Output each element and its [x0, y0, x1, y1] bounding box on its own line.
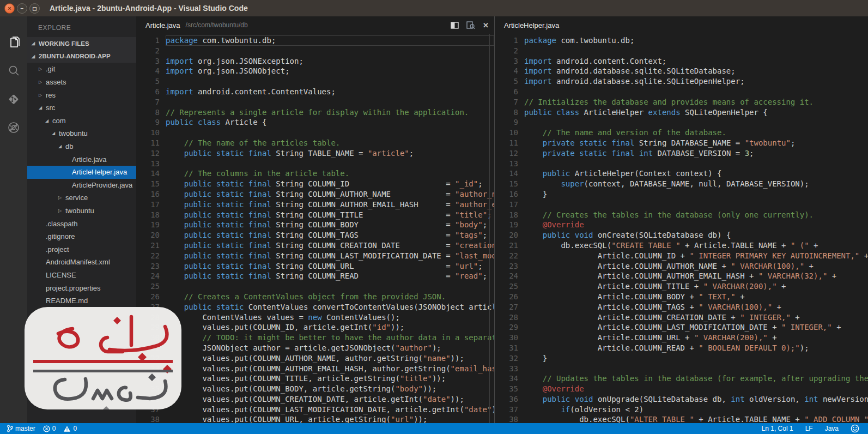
code-line[interactable]: 32 }: [495, 353, 868, 364]
code-line[interactable]: 24 public static final String COLUMN_REA…: [136, 271, 494, 281]
window-minimize-button[interactable]: −: [17, 3, 27, 14]
tree-item-project-properties[interactable]: project.properties: [27, 281, 136, 294]
code-line[interactable]: 21 public static final String COLUMN_CRE…: [136, 240, 494, 251]
code-line[interactable]: 27 public static ContentValues convertTo…: [136, 302, 494, 312]
tree-item-src[interactable]: ◢src: [27, 101, 136, 114]
code-line[interactable]: 13: [495, 159, 868, 169]
code-line[interactable]: 14 public ArticleHelper(Context context)…: [495, 168, 868, 179]
code-line[interactable]: 18 // Creates the tables in the database…: [495, 210, 868, 220]
tree-item-articleprovider-java[interactable]: ArticleProvider.java: [27, 179, 136, 192]
code-line[interactable]: 7// Initializes the database and provide…: [495, 97, 868, 107]
code-line[interactable]: 31 JSONObject author = article.getJSONOb…: [136, 343, 494, 353]
code-line[interactable]: 26 Article.COLUMN_BODY + " TEXT," +: [495, 292, 868, 302]
code-line[interactable]: 29 Article.COLUMN_LAST_MODIFICATION_DATE…: [495, 322, 868, 333]
code-line[interactable]: 18 public static final String COLUMN_TIT…: [136, 210, 494, 220]
window-maximize-button[interactable]: ◻: [29, 3, 40, 14]
debug-icon[interactable]: [0, 113, 27, 142]
split-editor-icon[interactable]: [451, 22, 459, 29]
tree-item-readme-md[interactable]: README.md: [27, 294, 136, 308]
code-line[interactable]: 28 ContentValues values = new ContentVal…: [136, 312, 494, 323]
code-line[interactable]: 32 values.put(COLUMN_AUTHOR_NAME, author…: [136, 353, 494, 364]
code-line[interactable]: 30 // TODO: it might be better to have t…: [136, 333, 494, 343]
errors-indicator[interactable]: 0: [43, 425, 56, 432]
code-line[interactable]: 36 public void onUpgrade(SQLiteDatabase …: [495, 394, 868, 405]
tree-item-assets[interactable]: ▷assets: [27, 76, 136, 89]
tree-item-res[interactable]: ▷res: [27, 88, 136, 101]
code-line[interactable]: 28 Article.COLUMN_CREATION_DATE + " INTE…: [495, 312, 868, 323]
eol-indicator[interactable]: LF: [805, 425, 813, 432]
code-line[interactable]: 4import android.database.sqlite.SQLiteDa…: [495, 66, 868, 76]
search-icon[interactable]: [0, 57, 27, 85]
code-line[interactable]: 21 db.execSQL("CREATE TABLE " + Article.…: [495, 240, 868, 251]
code-line[interactable]: 1package com.twobuntu.db;: [136, 35, 494, 46]
code-line[interactable]: 35 values.put(COLUMN_BODY, article.getSt…: [136, 384, 494, 394]
code-editor-left[interactable]: 1package com.twobuntu.db;23import org.js…: [136, 34, 494, 423]
code-line[interactable]: 17: [495, 200, 868, 210]
code-line[interactable]: 15 super(context, DATABASE_NAME, null, D…: [495, 179, 868, 189]
code-editor-right[interactable]: 1package com.twobuntu.db;23import androi…: [495, 34, 868, 423]
explorer-icon[interactable]: [0, 28, 27, 57]
language-mode[interactable]: Java: [825, 425, 839, 432]
code-line[interactable]: 8public class ArticleHelper extends SQLi…: [495, 107, 868, 118]
code-line[interactable]: 2: [495, 46, 868, 56]
code-line[interactable]: 7: [136, 97, 494, 107]
code-line[interactable]: 5: [136, 76, 494, 87]
left-scrollbar[interactable]: [489, 34, 490, 423]
code-line[interactable]: 16 public static final String COLUMN_AUT…: [136, 189, 494, 200]
code-line[interactable]: 14 // The columns in the article table.: [136, 168, 494, 179]
code-line[interactable]: 20 public static final String COLUMN_TAG…: [136, 230, 494, 240]
code-line[interactable]: 9public class Article {: [136, 117, 494, 128]
code-line[interactable]: 38 db.execSQL("ALTER TABLE " + Article.T…: [495, 414, 868, 423]
code-line[interactable]: 11 private static final String DATABASE_…: [495, 138, 868, 148]
code-line[interactable]: 19 public static final String COLUMN_BOD…: [136, 220, 494, 230]
code-line[interactable]: 25: [136, 281, 494, 292]
code-line[interactable]: 12 public static final String TABLE_NAME…: [136, 148, 494, 159]
git-branch-indicator[interactable]: master: [7, 425, 35, 432]
code-line[interactable]: 3import org.json.JSONException;: [136, 56, 494, 67]
tree-item-license[interactable]: LICENSE: [27, 269, 136, 282]
feedback-smiley-icon[interactable]: [851, 424, 861, 433]
code-line[interactable]: 10: [136, 128, 494, 138]
git-icon[interactable]: [0, 85, 27, 113]
tree-item--gitignore[interactable]: .gitignore: [27, 230, 136, 243]
code-line[interactable]: 23 Article.COLUMN_AUTHOR_NAME + " VARCHA…: [495, 261, 868, 272]
code-line[interactable]: 23 public static final String COLUMN_URL…: [136, 261, 494, 272]
tree-item--project[interactable]: .project: [27, 243, 136, 256]
editor-left-close-icon[interactable]: ✕: [483, 21, 489, 29]
code-line[interactable]: 30 Article.COLUMN_URL + " VARCHAR(200),"…: [495, 333, 868, 343]
tree-item--classpath[interactable]: .classpath: [27, 217, 136, 230]
tree-section-2buntu-android-app[interactable]: ◢2BUNTU-ANDROID-APP: [27, 50, 136, 63]
window-close-button[interactable]: ×: [4, 3, 15, 14]
cursor-position[interactable]: Ln 1, Col 1: [762, 425, 793, 432]
tree-item-androidmanifest-xml[interactable]: AndroidManifest.xml: [27, 256, 136, 269]
code-line[interactable]: 6: [495, 87, 868, 97]
code-line[interactable]: 20 public void onCreate(SQLiteDatabase d…: [495, 230, 868, 240]
code-line[interactable]: 38 values.put(COLUMN_URL, article.getStr…: [136, 414, 494, 423]
code-line[interactable]: 10 // The name and version of the databa…: [495, 128, 868, 138]
code-line[interactable]: 29 values.put(COLUMN_ID, article.getInt(…: [136, 322, 494, 333]
code-line[interactable]: 3import android.content.Context;: [495, 56, 868, 67]
code-line[interactable]: 22 public static final String COLUMN_LAS…: [136, 251, 494, 261]
warnings-indicator[interactable]: 0: [63, 425, 77, 432]
code-line[interactable]: 37 if(oldVersion < 2): [495, 405, 868, 415]
tree-item-com[interactable]: ◢com: [27, 114, 136, 128]
code-line[interactable]: 35 @Override: [495, 384, 868, 394]
code-line[interactable]: 25 Article.COLUMN_TITLE + " VARCHAR(200)…: [495, 281, 868, 292]
code-line[interactable]: 34 values.put(COLUMN_TITLE, article.getS…: [136, 373, 494, 384]
code-line[interactable]: 37 values.put(COLUMN_LAST_MODIFICATION_D…: [136, 405, 494, 415]
code-line[interactable]: 12 private static final int DATABASE_VER…: [495, 148, 868, 159]
code-line[interactable]: 36 values.put(COLUMN_CREATION_DATE, arti…: [136, 394, 494, 405]
code-line[interactable]: 19 @Override: [495, 220, 868, 230]
code-line[interactable]: 17 public static final String COLUMN_AUT…: [136, 200, 494, 210]
code-line[interactable]: 15 public static final String COLUMN_ID …: [136, 179, 494, 189]
tree-item-service[interactable]: ▷service: [27, 191, 136, 204]
code-line[interactable]: 6import android.content.ContentValues;: [136, 87, 494, 97]
code-line[interactable]: 4import org.json.JSONObject;: [136, 66, 494, 76]
tree-item-article-java[interactable]: Article.java: [27, 153, 136, 166]
preview-icon[interactable]: [466, 21, 475, 29]
code-line[interactable]: 24 Article.COLUMN_AUTHOR_EMAIL_HASH + " …: [495, 271, 868, 281]
code-line[interactable]: 11 // The name of the articles table.: [136, 138, 494, 148]
code-line[interactable]: 34 // Updates the tables in the database…: [495, 373, 868, 384]
code-line[interactable]: 9: [495, 117, 868, 128]
code-line[interactable]: 16 }: [495, 189, 868, 200]
